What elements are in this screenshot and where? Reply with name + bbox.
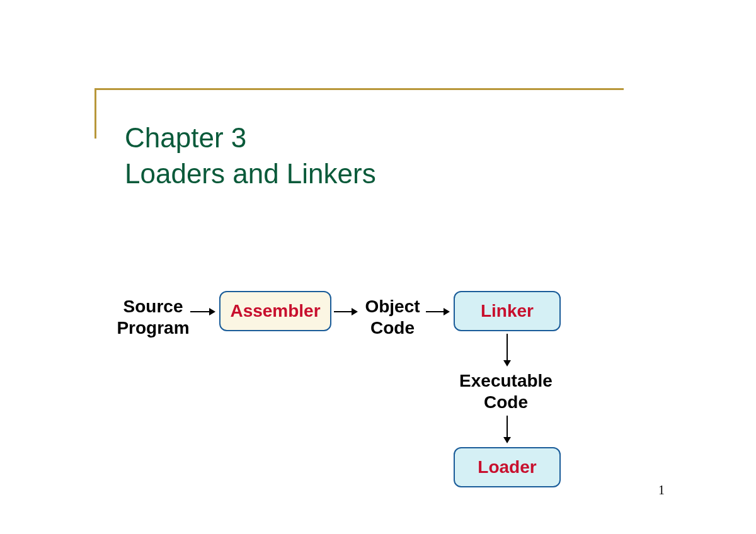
node-executable-code: Executable Code	[452, 370, 559, 412]
node-loader: Loader	[454, 447, 561, 487]
page-number: 1	[658, 483, 665, 497]
node-assembler-label: Assembler	[230, 301, 320, 321]
arrow-assembler-to-object	[334, 311, 357, 312]
arrow-source-to-assembler	[190, 311, 214, 312]
arrow-linker-to-executable	[507, 334, 508, 365]
node-assembler: Assembler	[219, 291, 331, 331]
node-linker-label: Linker	[481, 301, 534, 321]
accent-line-left	[94, 88, 96, 139]
node-linker: Linker	[454, 291, 561, 331]
title-line-2: Loaders and Linkers	[125, 156, 566, 191]
title-line-1: Chapter 3	[125, 120, 566, 156]
arrow-object-to-linker	[426, 311, 449, 312]
slide-title: Chapter 3 Loaders and Linkers	[125, 120, 566, 191]
arrow-executable-to-loader	[507, 416, 508, 442]
accent-line-top	[94, 88, 624, 90]
node-object-code: Object Code	[358, 296, 427, 338]
node-source-program: Source Program	[112, 296, 194, 338]
node-loader-label: Loader	[478, 457, 536, 477]
